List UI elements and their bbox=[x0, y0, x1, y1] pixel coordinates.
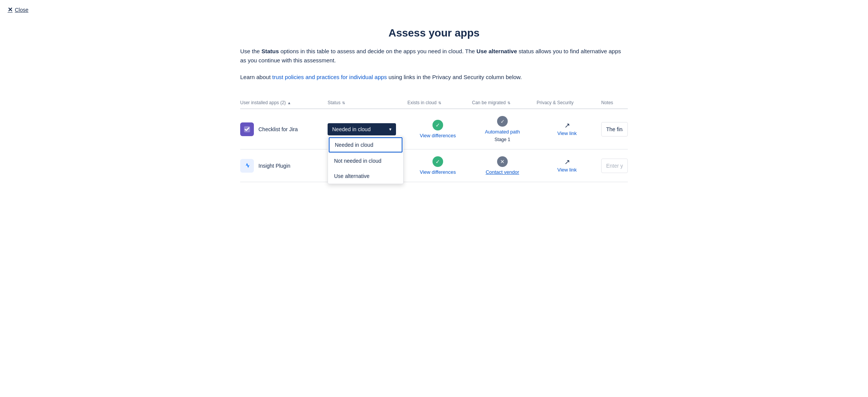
sort-icon-migrate: ⇅ bbox=[507, 101, 510, 105]
notes-cell-checklist bbox=[601, 122, 628, 137]
migrate-cell-insight: ✕ Contact vendor bbox=[472, 156, 533, 175]
view-link-1[interactable]: View link bbox=[557, 130, 577, 136]
check-icon-green: ✓ bbox=[432, 120, 443, 130]
x-icon-gray: ✕ bbox=[497, 156, 508, 167]
external-link-icon-2: ↗ bbox=[564, 159, 570, 165]
close-label: Close bbox=[15, 7, 29, 13]
dropdown-item-needed[interactable]: Needed in cloud bbox=[329, 137, 402, 152]
dropdown-option-use-alt: Use alternative bbox=[334, 173, 369, 179]
notes-input-insight[interactable] bbox=[601, 159, 628, 173]
privacy-cell-insight: ↗ View link bbox=[537, 159, 597, 173]
app-name-checklist: Checklist for Jira bbox=[258, 126, 298, 132]
external-link-icon-1: ↗ bbox=[564, 122, 570, 129]
col-status: Status ⇅ bbox=[328, 100, 404, 105]
stage-label: Stage 1 bbox=[494, 137, 510, 142]
description-text: Use the Status options in this table to … bbox=[240, 47, 628, 65]
view-link-2[interactable]: View link bbox=[557, 167, 577, 173]
dropdown-option-needed: Needed in cloud bbox=[335, 142, 373, 148]
learn-text: Learn about trust policies and practices… bbox=[240, 73, 628, 82]
page-title: Assess your apps bbox=[240, 27, 628, 39]
chevron-down-icon: ▾ bbox=[389, 127, 391, 132]
sort-icon-exists: ⇅ bbox=[438, 101, 441, 105]
view-differences-link-2[interactable]: View differences bbox=[420, 169, 456, 175]
notes-input-checklist[interactable] bbox=[601, 122, 628, 137]
sort-icon-status: ⇅ bbox=[342, 101, 345, 105]
dropdown-menu-checklist: Needed in cloud Not needed in cloud Use … bbox=[328, 136, 404, 184]
desc-bold2: Use alternative bbox=[477, 48, 517, 54]
view-differences-link-1[interactable]: View differences bbox=[420, 133, 456, 138]
desc-part2: options in this table to assess and deci… bbox=[279, 48, 477, 54]
dropdown-item-not-needed[interactable]: Not needed in cloud bbox=[328, 153, 403, 168]
dropdown-option-not-needed: Not needed in cloud bbox=[334, 158, 382, 164]
app-cell-insight: Insight Plugin bbox=[240, 159, 324, 173]
table-header: User installed apps (2) ▲ Status ⇅ Exist… bbox=[240, 97, 628, 109]
col-apps: User installed apps (2) ▲ bbox=[240, 100, 324, 105]
exists-cell-checklist: ✓ View differences bbox=[407, 120, 468, 138]
check-icon-green-2: ✓ bbox=[432, 156, 443, 167]
app-cell-checklist: Checklist for Jira bbox=[240, 122, 324, 136]
app-icon-checklist bbox=[240, 122, 254, 136]
col-exists: Exists in cloud ⇅ bbox=[407, 100, 468, 105]
status-dropdown-checklist[interactable]: Needed in cloud ▾ Needed in cloud Not ne… bbox=[328, 123, 404, 135]
check-icon-gray-1: ✓ bbox=[497, 116, 508, 127]
table-row: Checklist for Jira Needed in cloud ▾ Nee… bbox=[240, 109, 628, 149]
col-migrate: Can be migrated ⇅ bbox=[472, 100, 533, 105]
table-row: Insight Plugin Needed in cloud ▾ ✓ View … bbox=[240, 149, 628, 182]
app-name-insight: Insight Plugin bbox=[258, 163, 290, 169]
app-icon-insight bbox=[240, 159, 254, 173]
migrate-cell-checklist: ✓ Automated path Stage 1 bbox=[472, 116, 533, 142]
contact-vendor-link[interactable]: Contact vendor bbox=[486, 169, 519, 175]
desc-bold1: Status bbox=[261, 48, 279, 54]
desc-part1: Use the bbox=[240, 48, 261, 54]
automated-path-link[interactable]: Automated path bbox=[485, 129, 520, 135]
learn-suffix: using links in the Privacy and Security … bbox=[387, 74, 522, 80]
trust-policies-link[interactable]: trust policies and practices for individ… bbox=[272, 74, 387, 80]
col-notes: Notes bbox=[601, 100, 628, 105]
dropdown-item-use-alt[interactable]: Use alternative bbox=[328, 168, 403, 184]
status-selected-label: Needed in cloud bbox=[332, 126, 371, 132]
exists-cell-insight: ✓ View differences bbox=[407, 156, 468, 175]
status-dropdown-btn-checklist[interactable]: Needed in cloud ▾ bbox=[328, 123, 396, 135]
notes-cell-insight bbox=[601, 159, 628, 173]
close-button[interactable]: ✕ Close bbox=[0, 0, 36, 19]
col-privacy: Privacy & Security bbox=[537, 100, 597, 105]
apps-table: User installed apps (2) ▲ Status ⇅ Exist… bbox=[240, 97, 628, 182]
learn-prefix: Learn about bbox=[240, 74, 272, 80]
main-content: Assess your apps Use the Status options … bbox=[225, 19, 643, 197]
close-icon: ✕ bbox=[8, 6, 13, 13]
sort-icon-apps: ▲ bbox=[287, 101, 291, 105]
privacy-cell-checklist: ↗ View link bbox=[537, 122, 597, 136]
